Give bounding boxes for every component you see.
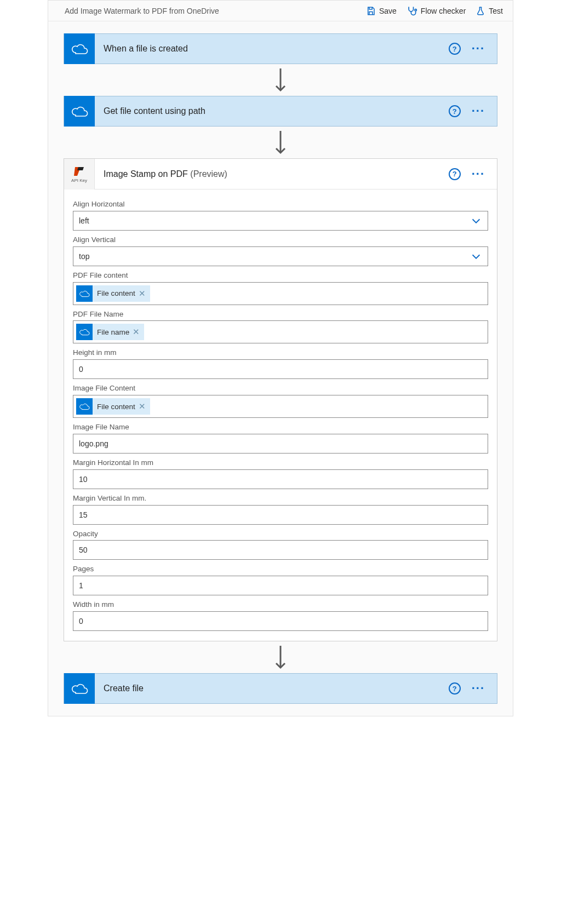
card-header[interactable]: API Key Image Stamp on PDF (Preview) ? ·… <box>64 159 497 190</box>
image-content-field[interactable]: File content ✕ <box>73 395 488 418</box>
preview-suffix: (Preview) <box>190 169 227 179</box>
svg-point-0 <box>415 9 416 10</box>
width-input[interactable]: 0 <box>73 611 488 631</box>
margin-h-input[interactable]: 10 <box>73 469 488 489</box>
onedrive-icon <box>64 96 95 127</box>
arrow-down-icon <box>273 67 288 93</box>
flow-checker-button[interactable]: Flow checker <box>407 5 466 16</box>
arrow-connector <box>64 64 497 96</box>
top-actions: Save Flow checker Test <box>366 5 503 16</box>
pdf-name-field[interactable]: File name ✕ <box>73 320 488 343</box>
width-label: Width in mm <box>73 601 182 609</box>
step-create-file[interactable]: Create file ? ··· <box>64 673 497 704</box>
onedrive-icon <box>76 398 93 415</box>
align-vertical-select[interactable]: top <box>73 246 488 266</box>
align-vertical-value: top <box>79 252 89 261</box>
token-label: File content <box>97 289 135 297</box>
save-icon <box>366 6 376 16</box>
apikey-connector-icon: API Key <box>64 159 95 190</box>
arrow-connector <box>64 127 497 158</box>
step-image-stamp-card: API Key Image Stamp on PDF (Preview) ? ·… <box>64 158 497 641</box>
file-content-token[interactable]: File content ✕ <box>76 398 150 415</box>
onedrive-icon <box>64 33 95 64</box>
arrow-connector <box>64 641 497 673</box>
flow-title: Add Image Watermark to PDF from OneDrive <box>65 7 366 15</box>
step1-title: When a file is created <box>95 44 449 54</box>
flask-icon <box>476 6 485 16</box>
align-vertical-label: Align Vertical <box>73 236 182 244</box>
align-horizontal-value: left <box>79 216 89 225</box>
step-menu-button[interactable]: ··· <box>472 43 485 55</box>
test-label: Test <box>489 7 503 15</box>
step-get-file-content[interactable]: Get file content using path ? ··· <box>64 96 497 127</box>
margin-v-value: 15 <box>79 510 88 519</box>
save-button[interactable]: Save <box>366 6 397 16</box>
opacity-value: 50 <box>79 546 88 554</box>
step-menu-button[interactable]: ··· <box>472 168 485 180</box>
token-label: File content <box>97 403 135 411</box>
height-value: 0 <box>79 365 83 374</box>
align-horizontal-select[interactable]: left <box>73 211 488 231</box>
image-content-label: Image File Content <box>73 384 182 393</box>
margin-v-input[interactable]: 15 <box>73 505 488 525</box>
token-remove-icon[interactable]: ✕ <box>133 327 140 337</box>
step-menu-button[interactable]: ··· <box>472 682 485 695</box>
onedrive-icon <box>76 324 93 340</box>
image-name-label: Image File Name <box>73 423 182 432</box>
file-name-token[interactable]: File name ✕ <box>76 324 144 340</box>
onedrive-icon <box>64 673 95 704</box>
pdf-content-label: PDF File content <box>73 272 182 280</box>
opacity-label: Opacity <box>73 530 182 538</box>
image-name-value: logo.png <box>79 439 108 448</box>
help-icon[interactable]: ? <box>449 43 461 55</box>
step-when-file-created[interactable]: When a file is created ? ··· <box>64 33 497 64</box>
token-remove-icon[interactable]: ✕ <box>139 289 146 299</box>
pages-value: 1 <box>79 581 83 590</box>
height-label: Height in mm <box>73 349 182 357</box>
help-icon[interactable]: ? <box>449 105 461 117</box>
align-horizontal-label: Align Horizontal <box>73 200 182 209</box>
margin-h-value: 10 <box>79 475 88 484</box>
apikey-icon-label: API Key <box>71 178 87 183</box>
token-remove-icon[interactable]: ✕ <box>139 401 146 411</box>
arrow-down-icon <box>273 645 288 670</box>
onedrive-icon <box>76 285 93 302</box>
arrow-down-icon <box>273 130 288 155</box>
pdf-name-label: PDF File Name <box>73 311 182 319</box>
pages-label: Pages <box>73 565 182 573</box>
topbar: Add Image Watermark to PDF from OneDrive… <box>48 1 513 21</box>
token-label: File name <box>97 328 129 336</box>
flow-canvas: When a file is created ? ··· Get file co… <box>48 21 513 716</box>
image-name-input[interactable]: logo.png <box>73 434 488 454</box>
opacity-input[interactable]: 50 <box>73 540 488 560</box>
step2-title: Get file content using path <box>95 106 449 116</box>
pdf-content-field[interactable]: File content ✕ <box>73 282 488 305</box>
flow-designer-frame: Add Image Watermark to PDF from OneDrive… <box>48 0 513 716</box>
card-body: Align Horizontal left Align Vertical top… <box>64 190 497 641</box>
height-input[interactable]: 0 <box>73 359 488 379</box>
margin-h-label: Margin Horizontal In mm <box>73 459 182 467</box>
margin-v-label: Margin Vertical In mm. <box>73 495 182 503</box>
save-label: Save <box>379 7 397 15</box>
step-menu-button[interactable]: ··· <box>472 105 485 117</box>
test-button[interactable]: Test <box>476 6 503 16</box>
file-content-token[interactable]: File content ✕ <box>76 285 150 302</box>
width-value: 0 <box>79 617 83 625</box>
stethoscope-icon <box>407 5 417 16</box>
pages-input[interactable]: 1 <box>73 576 488 595</box>
chevron-down-icon <box>470 250 482 262</box>
step4-title: Create file <box>95 684 449 693</box>
chevron-down-icon <box>470 215 482 227</box>
step3-title: Image Stamp on PDF (Preview) <box>95 169 449 179</box>
flow-checker-label: Flow checker <box>421 7 466 15</box>
help-icon[interactable]: ? <box>449 168 461 180</box>
help-icon[interactable]: ? <box>449 682 461 695</box>
